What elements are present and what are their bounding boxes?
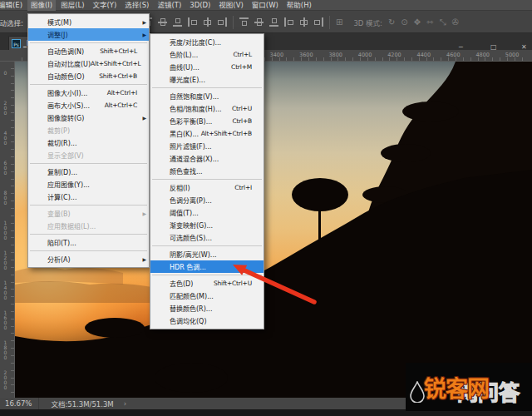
menu-item[interactable]: 匹配颜色(M)... <box>150 290 264 302</box>
menubar-item[interactable]: 视图(V) <box>215 0 246 11</box>
menu-item-shortcut: Ctrl+B <box>232 117 252 125</box>
restore-button[interactable]: □ <box>490 42 497 53</box>
ruler-tick-label: 4200 <box>387 52 401 58</box>
menu-item[interactable]: 图像旋转(G)▶ <box>28 111 149 124</box>
menubar-item[interactable]: 滤镜(T) <box>154 0 185 11</box>
menu-item[interactable]: 画布大小(S)...Alt+Ctrl+C <box>28 99 149 111</box>
menu-item[interactable]: 变量(B)▶ <box>28 207 149 220</box>
menu-item-label: 陷印(T)... <box>47 238 76 247</box>
menu-item[interactable]: 色相/饱和度(H)...Ctrl+U <box>150 102 264 115</box>
menu-item[interactable]: 自然饱和度(V)... <box>150 90 264 102</box>
menu-item-label: 自动色调(N) <box>47 47 84 56</box>
menu-item-label: 自动颜色(O) <box>47 72 85 81</box>
menubar-item[interactable]: 图像(I) <box>27 0 56 11</box>
adjustments-submenu: 亮度/对比度(C)...色阶(L)...Ctrl+L曲线(U)...Ctrl+M… <box>150 33 264 329</box>
menu-item[interactable]: 通道混合器(X)... <box>150 152 264 165</box>
close-button[interactable]: ✕ <box>521 42 527 53</box>
menu-item-label: 色相/饱和度(H)... <box>170 104 222 113</box>
menu-item[interactable]: 自动色调(N)Shift+Ctrl+L <box>28 45 149 57</box>
menu-item[interactable]: 色彩平衡(B)...Ctrl+B <box>150 115 264 127</box>
ruler-tick-label: 200 <box>2 100 8 115</box>
align-horizontal-centers-icon[interactable] <box>203 17 212 27</box>
menu-item[interactable]: 复制(D)... <box>28 166 149 178</box>
menu-item[interactable]: 替换颜色(R)... <box>150 302 264 314</box>
menu-item[interactable]: 模式(M)▶ <box>28 16 149 28</box>
minimize-button[interactable]: ─ <box>459 42 463 53</box>
menu-item[interactable]: 色调均化(Q) <box>150 314 264 327</box>
menu-item[interactable]: 应用数据组(L)... <box>28 220 149 232</box>
menu-item[interactable]: 应用图像(Y)... <box>28 178 149 191</box>
menu-item[interactable]: 曝光度(E)... <box>150 73 264 86</box>
menu-item[interactable]: 图像大小(I)...Alt+Ctrl+I <box>28 87 149 99</box>
menu-item-label: 画布大小(S)... <box>47 101 90 110</box>
align-vertical-centers-icon[interactable] <box>158 17 167 27</box>
window-controls: ─□✕ <box>451 42 532 53</box>
menu-item[interactable]: 黑白(K)...Alt+Shift+Ctrl+B <box>150 127 264 140</box>
menu-item[interactable]: 显示全部(V) <box>28 149 149 161</box>
menu-item[interactable]: 可选颜色(S)... <box>150 231 264 244</box>
3d-rotate-icon[interactable]: ↻ <box>388 17 395 27</box>
menu-item[interactable]: 裁切(R)... <box>28 136 149 149</box>
menu-item[interactable]: 色阶(L)...Ctrl+L <box>150 48 264 61</box>
menu-item[interactable]: 自动对比度(U)Alt+Shift+Ctrl+L <box>28 57 149 70</box>
3d-slide-icon[interactable]: ⇿ <box>426 17 433 27</box>
menubar-item[interactable]: 图层(L) <box>57 0 87 11</box>
menu-separator <box>30 234 147 235</box>
menu-item[interactable]: 去色(D)Shift+Ctrl+U <box>150 277 264 290</box>
menu-item[interactable]: 阴影/高光(W)... <box>150 248 264 260</box>
submenu-arrow-icon: ▶ <box>142 19 146 25</box>
distribute-bottom-edges-icon[interactable] <box>269 17 278 27</box>
menu-item-label: 图像大小(I)... <box>47 88 87 97</box>
menubar-item[interactable]: 文字(Y) <box>90 0 121 11</box>
menu-item-label: 裁切(R)... <box>47 138 76 147</box>
menu-item[interactable]: 阈值(T)... <box>150 206 264 219</box>
align-right-edges-icon[interactable] <box>218 17 227 27</box>
menu-separator <box>30 250 147 251</box>
menu-separator <box>30 205 147 206</box>
distribute-vertical-centers-icon[interactable] <box>254 17 264 27</box>
menu-item[interactable]: HDR 色调... <box>150 260 264 273</box>
vertical-ruler[interactable]: 0200400600800100012001400160018002000 <box>0 62 15 398</box>
menu-item[interactable]: 计算(C)... <box>28 191 149 203</box>
distribute-right-edges-icon[interactable] <box>314 17 323 27</box>
align-left-edges-icon[interactable] <box>188 17 197 27</box>
menu-item[interactable]: 陷印(T)... <box>28 236 149 249</box>
3d-roll-icon[interactable]: ⊙ <box>401 17 407 27</box>
menu-item-label: 反相(I) <box>170 183 190 192</box>
submenu-arrow-icon: ▶ <box>142 210 146 216</box>
distribute-horizontal-centers-icon[interactable] <box>299 17 308 27</box>
3d-drag-icon[interactable]: ✥ <box>414 17 421 27</box>
menu-item[interactable]: 渐变映射(G)... <box>150 219 264 231</box>
menu-item[interactable]: 曲线(U)...Ctrl+M <box>150 61 264 73</box>
menu-item-label: 色调均化(Q) <box>170 316 207 325</box>
menu-item[interactable]: 自动颜色(O)Shift+Ctrl+B <box>28 70 149 82</box>
menu-item-label: 变量(B) <box>47 209 71 218</box>
menubar-item[interactable]: 编辑(E) <box>0 0 26 11</box>
3d-camera-icon[interactable]: ✇ <box>451 17 458 27</box>
menubar-item[interactable]: 3D(D) <box>186 0 214 11</box>
menubar-item[interactable]: 帮助(H) <box>283 0 315 11</box>
distribute-top-edges-icon[interactable] <box>239 17 249 27</box>
distribute-left-edges-icon[interactable] <box>284 17 293 27</box>
auto-align-layers-icon[interactable]: ⊞ <box>336 17 342 27</box>
menubar-item[interactable]: 选择(S) <box>121 0 152 11</box>
menu-item[interactable]: 分析(A)▶ <box>28 253 149 265</box>
menu-item[interactable]: 颜色查找... <box>150 165 264 177</box>
3d-scale-icon[interactable]: ⤡ <box>439 17 446 27</box>
menu-item-label: 模式(M) <box>47 17 71 27</box>
align-bottom-edges-icon[interactable] <box>173 17 182 27</box>
menu-item[interactable]: 反相(I)Ctrl+I <box>150 181 264 194</box>
menu-item-shortcut: Shift+Ctrl+L <box>100 47 137 55</box>
menu-item[interactable]: 调整(J)▶ <box>28 28 149 41</box>
watermark: 网问答 锐客网 <box>406 363 532 411</box>
menubar-item[interactable]: 窗口(W) <box>249 0 282 11</box>
zoom-level-field[interactable]: 16.67% <box>0 398 39 409</box>
menu-item-shortcut: Alt+Ctrl+C <box>105 102 137 109</box>
menu-item-label: 计算(C)... <box>47 192 76 201</box>
menu-item[interactable]: 裁剪(P) <box>28 124 149 136</box>
status-menu-chevron-icon[interactable]: › <box>114 399 126 408</box>
menu-item-shortcut: Alt+Shift+Ctrl+L <box>91 60 140 67</box>
menu-item[interactable]: 亮度/对比度(C)... <box>150 36 264 48</box>
menu-item[interactable]: 照片滤镜(F)... <box>150 140 264 152</box>
menu-item[interactable]: 色调分离(P)... <box>150 194 264 206</box>
